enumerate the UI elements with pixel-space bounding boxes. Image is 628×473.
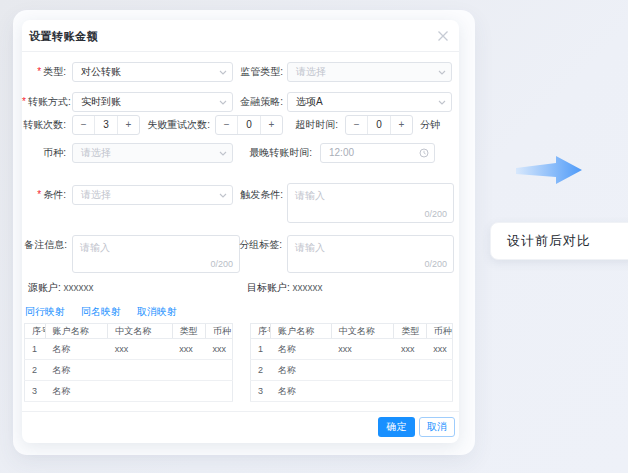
remark-label: 备注信息:	[22, 239, 67, 251]
map-link-cancel[interactable]: 取消映射	[137, 305, 177, 319]
target-account-table: 序号 账户名称 中文名称 类型 币种 1 名称 xxx xxx xxx 2 名称	[250, 323, 453, 402]
required-mark: *	[22, 96, 26, 107]
compare-arrow-icon	[516, 151, 586, 189]
char-counter: 0/200	[210, 259, 233, 269]
required-mark: *	[37, 66, 41, 77]
cell-chinese-name	[331, 360, 394, 381]
plus-button[interactable]: +	[390, 116, 412, 134]
cell-index: 2	[251, 360, 271, 381]
col-account-name: 账户名称	[45, 324, 107, 339]
clock-icon	[419, 148, 429, 158]
char-counter: 0/200	[424, 259, 447, 269]
cell-account-name: 名称	[271, 381, 332, 402]
cell-chinese-name: xxx	[108, 339, 172, 360]
group-tag-textarea[interactable]: 请输入 0/200	[287, 235, 454, 273]
col-account-name: 账户名称	[271, 324, 332, 339]
table-header-row: 序号 账户名称 中文名称 类型 币种	[251, 324, 453, 339]
trigger-condition-textarea[interactable]: 请输入 0/200	[287, 183, 454, 223]
currency-select-placeholder: 请选择	[81, 147, 111, 158]
target-account: 目标账户: xxxxxx	[247, 282, 323, 294]
latest-transfer-time-label: 最晚转账时间:	[222, 143, 312, 163]
cell-chinese-name: xxx	[331, 339, 394, 360]
cell-currency	[205, 381, 232, 402]
cell-currency: xxx	[205, 339, 232, 360]
cancel-button[interactable]: 取消	[419, 417, 455, 437]
col-chinese-name: 中文名称	[331, 324, 394, 339]
cell-account-name: 名称	[271, 360, 332, 381]
timeout-input[interactable]: 0	[367, 116, 389, 134]
timeout-unit-label: 分钟	[420, 115, 440, 135]
dialog-footer: 确定 取消	[22, 411, 459, 443]
close-icon[interactable]	[436, 29, 450, 43]
minus-button[interactable]: −	[346, 116, 367, 134]
cell-index: 2	[25, 360, 46, 381]
cell-type: xxx	[394, 339, 426, 360]
map-link-same-bank[interactable]: 同行映射	[25, 305, 65, 319]
regulation-select-placeholder: 请选择	[296, 66, 326, 77]
cell-index: 1	[25, 339, 46, 360]
table-row: 3 名称	[25, 381, 233, 402]
retry-count-label: 失败重试次数:	[130, 115, 210, 135]
group-tag-placeholder: 请输入	[295, 242, 325, 253]
remark-textarea[interactable]: 请输入 0/200	[72, 235, 240, 273]
chevron-down-icon	[438, 70, 446, 75]
currency-select[interactable]: 请选择	[72, 143, 233, 163]
group-tag-label: 分组标签:	[217, 239, 282, 251]
type-select-value: 对公转账	[81, 66, 121, 77]
cell-account-name: 名称	[45, 381, 107, 402]
remark-placeholder: 请输入	[80, 242, 110, 253]
col-chinese-name: 中文名称	[108, 324, 172, 339]
target-account-value: xxxxxx	[293, 282, 323, 293]
cell-currency	[426, 360, 452, 381]
type-label: *类型:	[22, 62, 66, 82]
cell-currency: xxx	[426, 339, 452, 360]
col-index: 序号	[251, 324, 271, 339]
required-mark: *	[37, 189, 41, 200]
minus-button[interactable]: −	[73, 116, 94, 134]
col-currency: 币种	[426, 324, 452, 339]
mapping-links: 同行映射 同名映射 取消映射	[25, 305, 177, 319]
source-account-table: 序号 账户名称 中文名称 类型 币种 1 名称 xxx xxx xxx 2 名称	[24, 323, 233, 402]
cell-currency	[205, 360, 232, 381]
cell-type	[394, 360, 426, 381]
transfer-amount-dialog: 设置转账金额 *类型: 对公转账 监管类型: 请选择 *转账方式: 实时到账 金…	[22, 20, 459, 443]
col-currency: 币种	[205, 324, 232, 339]
cell-index: 3	[25, 381, 46, 402]
latest-transfer-time-value: 12:00	[329, 147, 354, 158]
confirm-button[interactable]: 确定	[378, 417, 415, 437]
target-account-label: 目标账户:	[247, 282, 290, 293]
finance-strategy-label: 金融策略:	[217, 92, 283, 112]
source-account-label: 源账户:	[28, 282, 61, 293]
trigger-condition-placeholder: 请输入	[295, 190, 325, 201]
minus-button[interactable]: −	[216, 116, 237, 134]
type-select[interactable]: 对公转账	[72, 62, 233, 82]
table-row: 3 名称	[251, 381, 453, 402]
col-type: 类型	[394, 324, 426, 339]
finance-strategy-select[interactable]: 选项A	[287, 92, 452, 112]
trigger-condition-label: 触发条件:	[217, 185, 283, 205]
condition-select[interactable]: 请选择	[72, 185, 233, 205]
map-link-same-name[interactable]: 同名映射	[81, 305, 121, 319]
regulation-type-select[interactable]: 请选择	[287, 62, 452, 82]
finance-strategy-value: 选项A	[296, 96, 323, 107]
char-counter: 0/200	[424, 209, 447, 219]
source-account-value: xxxxxx	[64, 282, 94, 293]
dialog-title: 设置转账金额	[29, 29, 98, 44]
cell-type: xxx	[172, 339, 205, 360]
cell-type	[172, 381, 205, 402]
table-row: 2 名称	[251, 360, 453, 381]
cell-currency	[426, 381, 452, 402]
timeout-stepper: − 0 +	[345, 115, 413, 135]
compare-label-card: 设计前后对比	[490, 222, 628, 260]
col-type: 类型	[172, 324, 205, 339]
page-background: 设置转账金额 *类型: 对公转账 监管类型: 请选择 *转账方式: 实时到账 金…	[0, 0, 628, 473]
transfer-method-select[interactable]: 实时到账	[72, 92, 233, 112]
col-index: 序号	[25, 324, 46, 339]
timeout-label: 超时时间:	[258, 115, 338, 135]
condition-label: *条件:	[22, 185, 66, 205]
transfer-count-input[interactable]: 3	[94, 116, 116, 134]
retry-count-input[interactable]: 0	[237, 116, 259, 134]
transfer-count-label: 转账次数:	[22, 115, 66, 135]
table-header-row: 序号 账户名称 中文名称 类型 币种	[25, 324, 233, 339]
latest-transfer-time-input[interactable]: 12:00	[320, 143, 435, 163]
